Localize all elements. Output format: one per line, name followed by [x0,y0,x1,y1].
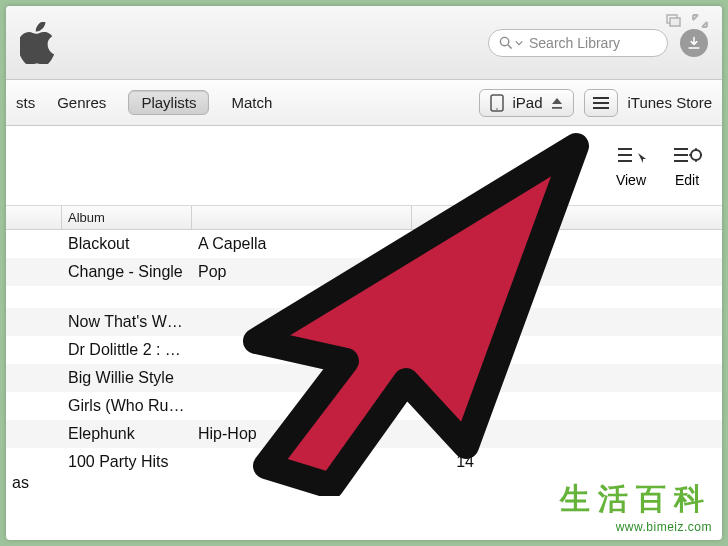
apple-logo-icon [20,22,60,64]
view-icon [616,144,646,166]
watermark-url: www.bimeiz.com [560,520,712,534]
table-row[interactable]: Girls (Who Run Thi…20 [6,392,722,420]
header-album[interactable]: Album [62,206,192,229]
edit-label: Edit [675,172,699,188]
cell-album: Big Willie Style [62,369,192,387]
table-row[interactable]: Dr Dolittle 2 : The… [6,336,722,364]
table-row[interactable]: ElephunkHip-Hop14 [6,420,722,448]
list-button[interactable] [584,89,618,117]
table-header: Album [6,206,722,230]
table-body: BlackoutA CapellaChange - SinglePopNow T… [6,230,722,476]
cell-genre: A Capella [192,235,412,253]
search-placeholder: Search Library [529,35,620,51]
view-button[interactable]: View [616,144,646,188]
edit-icon [672,144,702,166]
table-row[interactable] [6,286,722,308]
cell-count: 28 [412,369,488,387]
cell-album: Now That's What I… [62,313,192,331]
cell-count: 20 [412,397,488,415]
svg-rect-1 [670,18,680,26]
table-row[interactable]: BlackoutA Capella [6,230,722,258]
view-label: View [616,172,646,188]
cell-album: Change - Single [62,263,192,281]
app-window: Search Library sts Genres Playlists Matc… [6,6,722,540]
tab-match[interactable]: Match [231,94,272,111]
window-controls [666,14,708,28]
cell-count: 14 [412,425,488,443]
svg-point-5 [497,108,499,110]
table-row[interactable]: Now That's What I… [6,308,722,336]
expand-icon[interactable] [692,14,708,28]
cell-album: 100 Party Hits [62,453,192,471]
cell-genre: Pop [192,263,412,281]
tab-genres[interactable]: Genres [57,94,106,111]
device-label: iPad [512,94,542,111]
nav-bar: sts Genres Playlists Match iPad iTunes S… [6,80,722,126]
search-input[interactable]: Search Library [488,29,668,57]
download-button[interactable] [680,29,708,57]
cell-album: Dr Dolittle 2 : The… [62,341,192,359]
cell-album: Elephunk [62,425,192,443]
truncated-left-text: as [6,474,29,492]
edit-button[interactable]: Edit [672,144,702,188]
eject-icon [551,97,563,109]
title-bar: Search Library [6,6,722,80]
device-button[interactable]: iPad [479,89,573,117]
minimize-icon[interactable] [666,14,682,28]
svg-line-3 [508,45,512,49]
table-row[interactable]: Big Willie Style28 [6,364,722,392]
cell-album: Girls (Who Run Thi… [62,397,192,415]
device-icon [490,94,504,112]
watermark: 生活百科 www.bimeiz.com [560,479,712,534]
list-icon [592,96,610,110]
table-row[interactable]: Change - SinglePop [6,258,722,286]
svg-point-2 [500,37,508,45]
tab-lists[interactable]: sts [16,94,35,111]
svg-point-6 [691,150,701,160]
cell-count: 14 [412,453,488,471]
watermark-text: 生活百科 [560,479,712,520]
table-row[interactable]: 100 Party Hits14 [6,448,722,476]
controls-row: View Edit [6,126,722,206]
cell-album: Blackout [62,235,192,253]
tab-playlists[interactable]: Playlists [128,90,209,115]
itunes-store-link[interactable]: iTunes Store [628,94,713,111]
cell-genre: Hip-Hop [192,425,412,443]
search-icon [499,36,523,50]
